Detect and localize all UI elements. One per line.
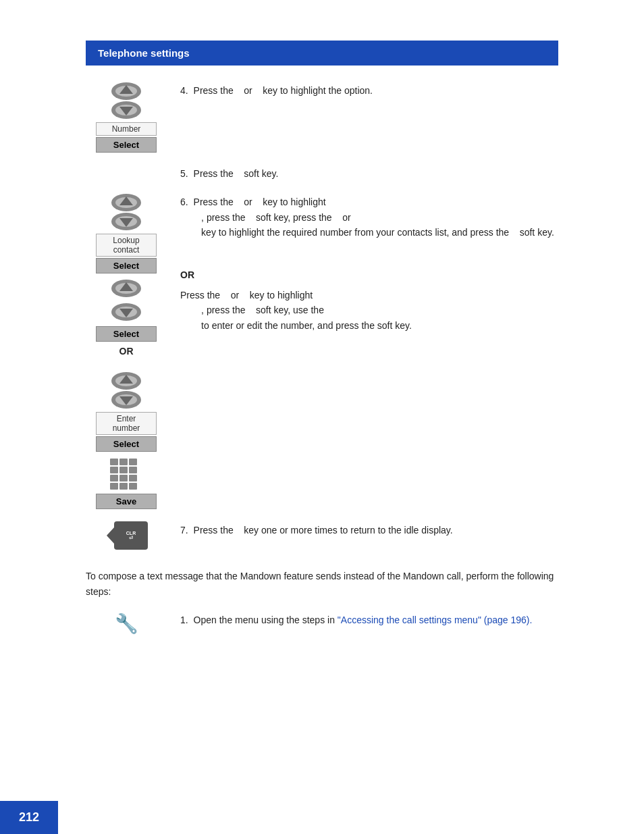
screen-enter-number: Enter number xyxy=(96,412,157,435)
bottom-step-1-text: 1. Open the menu using the steps in "Acc… xyxy=(180,611,558,627)
page-container: Telephone settings Number xyxy=(0,0,644,834)
step-7-row: CLR⏎ 7. Press the key one or more times … xyxy=(86,521,558,550)
step-4-icons: Number Select xyxy=(86,82,167,153)
bottom-paragraph: To compose a text message that the Mando… xyxy=(86,571,554,596)
settings-menu-icon: 🔧 xyxy=(114,611,138,635)
step-6-row: Lookup contact Select xyxy=(86,193,558,359)
call-settings-link[interactable]: "Accessing the call settings menu" (page… xyxy=(338,615,533,625)
nav-up-icon xyxy=(110,82,142,101)
bottom-text-block: To compose a text message that the Mando… xyxy=(86,569,558,599)
save-button[interactable]: Save xyxy=(96,494,157,509)
page-number: 212 xyxy=(19,810,39,824)
enter-number-row: Enter number Select Save xyxy=(86,371,558,509)
clr-arrow xyxy=(107,527,114,544)
section-header: Telephone settings xyxy=(86,41,558,66)
nav-up-icon-4 xyxy=(110,371,142,390)
step-7-text: 7. Press the key one or more times to re… xyxy=(180,521,558,538)
select-button-2[interactable]: Select xyxy=(96,258,157,273)
enter-number-icons: Enter number Select Save xyxy=(86,371,167,509)
step-4-row: Number Select 4. Press the or key to hig… xyxy=(86,82,558,153)
nav-down-icon xyxy=(110,101,142,120)
clr-key-container: CLR⏎ xyxy=(114,521,148,550)
screen-lookup: Lookup contact xyxy=(96,234,157,257)
step-7-icons: CLR⏎ xyxy=(86,521,167,550)
nav-down-icon-4 xyxy=(110,390,142,409)
select-button-4[interactable]: Select xyxy=(96,436,157,452)
nav-up-icon-3 xyxy=(110,279,142,298)
page-number-box: 212 xyxy=(0,801,58,834)
step-6-icons: Lookup contact Select xyxy=(86,193,167,359)
step-5-text: 5. Press the soft key. xyxy=(180,165,558,181)
bottom-step-1-row: 🔧 1. Open the menu using the steps in "A… xyxy=(86,611,558,635)
step-4-text: 4. Press the or key to highlight the opt… xyxy=(180,82,558,98)
nav-up-icon-2 xyxy=(110,193,142,212)
header-title: Telephone settings xyxy=(98,47,190,59)
screen-number: Number xyxy=(96,122,157,136)
press-or-text: Press the or key to highlight , press th… xyxy=(180,288,558,333)
keypad-icon xyxy=(110,459,142,491)
or-label-inline: OR xyxy=(180,269,194,280)
clr-key-icon: CLR⏎ xyxy=(114,521,148,550)
or-label-1: OR xyxy=(119,346,134,357)
bottom-step-1-icons: 🔧 xyxy=(86,611,167,635)
select-button-1[interactable]: Select xyxy=(96,137,157,153)
or-text-block: OR xyxy=(180,267,558,282)
keypad-area xyxy=(110,459,142,494)
nav-down-icon-2 xyxy=(110,212,142,231)
select-button-3[interactable]: Select xyxy=(96,326,157,342)
step-6-text: 6. Press the or key to highlight , press… xyxy=(180,193,558,333)
step-5-row: 5. Press the soft key. xyxy=(180,165,558,181)
nav-down-icon-3 xyxy=(110,303,142,321)
content-area: Telephone settings Number xyxy=(86,41,558,635)
